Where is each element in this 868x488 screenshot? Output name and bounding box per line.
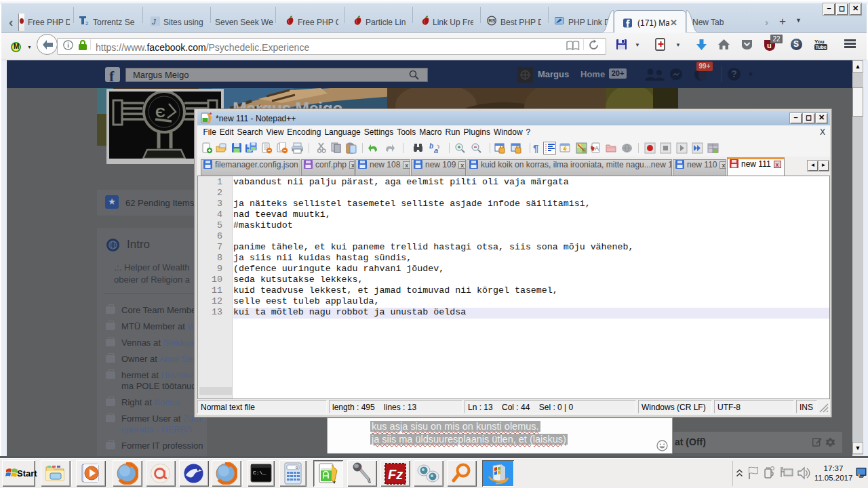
svg-text:C:\_: C:\_ bbox=[253, 470, 266, 476]
svg-text:J: J bbox=[151, 18, 156, 26]
svg-text:A: A bbox=[595, 145, 599, 152]
svg-text:Є: Є bbox=[155, 104, 165, 120]
svg-text:a: a bbox=[434, 146, 438, 154]
svg-text:2: 2 bbox=[85, 20, 89, 26]
svg-text:Fz: Fz bbox=[388, 467, 403, 482]
svg-text:RS: RS bbox=[488, 18, 495, 24]
svg-text:b: b bbox=[429, 142, 433, 150]
